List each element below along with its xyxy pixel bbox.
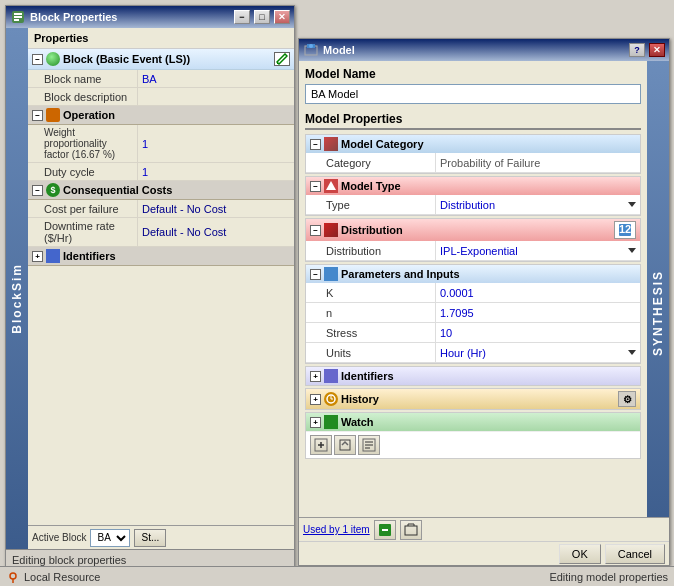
dist-value-cell: IPL-Exponential — [436, 241, 640, 260]
model-footer-bottom: OK Cancel — [299, 542, 669, 566]
model-close-button[interactable]: ✕ — [649, 43, 665, 57]
param-units-value: Hour (Hr) — [440, 347, 486, 359]
global-status-bar: Local Resource Editing model properties — [0, 566, 674, 586]
model-footer-top: Used by 1 item — [299, 518, 669, 542]
footer-tool-1[interactable] — [374, 520, 396, 540]
block-name-row: Block name BA — [28, 70, 294, 88]
active-block-select[interactable]: BA — [90, 529, 130, 547]
watch-collapse-btn[interactable]: + — [310, 417, 321, 428]
costs-icon: $ — [46, 183, 60, 197]
block-desc-label: Block description — [28, 88, 138, 105]
block-header-label: Block (Basic Event (LS)) — [63, 53, 190, 65]
watch-tool-1[interactable] — [310, 435, 332, 455]
block-desc-row: Block description — [28, 88, 294, 106]
watch-tool-3[interactable] — [358, 435, 380, 455]
cost-per-failure-row: Cost per failure Default - No Cost — [28, 200, 294, 218]
params-header-label: Parameters and Inputs — [341, 268, 460, 280]
param-stress-value[interactable]: 10 — [436, 323, 640, 342]
block-name-value[interactable]: BA — [138, 70, 294, 87]
minimize-button[interactable]: − — [234, 10, 250, 24]
blocksim-sidebar: BlockSim — [6, 28, 28, 569]
cost-per-failure-label: Cost per failure — [28, 200, 138, 217]
svg-text:12: 12 — [619, 223, 631, 235]
operation-collapse-btn[interactable]: − — [32, 110, 43, 121]
model-help-button[interactable]: ? — [629, 43, 645, 57]
param-stress-row: Stress 10 — [306, 323, 640, 343]
units-dropdown[interactable]: Hour (Hr) — [440, 347, 636, 359]
dist-collapse-btn[interactable]: − — [310, 225, 321, 236]
distribution-header[interactable]: − Distribution 12 — [306, 219, 640, 241]
model-name-input[interactable] — [305, 84, 641, 104]
weight-value[interactable]: 1 — [138, 125, 294, 162]
category-collapse-btn[interactable]: − — [310, 139, 321, 150]
category-icon — [324, 137, 338, 151]
operation-section-header: − Operation — [28, 106, 294, 125]
st-button[interactable]: St... — [134, 529, 166, 547]
category-row: Category Probability of Failure — [306, 153, 640, 173]
history-collapse-btn[interactable]: + — [310, 394, 321, 405]
restore-button[interactable]: □ — [254, 10, 270, 24]
ok-button[interactable]: OK — [559, 544, 601, 564]
svg-rect-3 — [14, 19, 19, 21]
watch-label: Watch — [341, 416, 374, 428]
model-name-section: Model Name — [305, 67, 641, 104]
weight-label: Weight proportionality factor (16.67 %) — [28, 125, 138, 162]
model-title-bar: Model ? ✕ — [299, 39, 669, 61]
type-label: Type — [306, 195, 436, 214]
block-properties-window: Block Properties − □ ✕ BlockSim Properti… — [5, 5, 295, 570]
watch-icon — [324, 415, 338, 429]
costs-collapse-btn[interactable]: − — [32, 185, 43, 196]
distribution-header-label: Distribution — [341, 224, 403, 236]
synthesis-sidebar: SYNTHESIS — [647, 61, 669, 565]
cancel-button[interactable]: Cancel — [605, 544, 665, 564]
operation-icon — [46, 108, 60, 122]
model-type-header[interactable]: − Model Type — [306, 177, 640, 195]
param-k-row: K 0.0001 — [306, 283, 640, 303]
footer-tool-2[interactable] — [400, 520, 422, 540]
identifiers-collapse-btn[interactable]: + — [32, 251, 43, 262]
duty-cycle-row: Duty cycle 1 — [28, 163, 294, 181]
dist-icon — [324, 223, 338, 237]
block-props-footer: Active Block BA St... — [28, 525, 294, 549]
history-settings-icon[interactable]: ⚙ — [618, 391, 636, 407]
block-edit-icon[interactable] — [274, 52, 290, 66]
used-by-link[interactable]: Used by 1 item — [303, 524, 370, 535]
status-location-icon — [6, 570, 20, 584]
dist-dropdown-arrow — [628, 248, 636, 253]
watch-tool-2[interactable] — [334, 435, 356, 455]
close-button[interactable]: ✕ — [274, 10, 290, 24]
identifiers-label: Identifiers — [63, 250, 116, 262]
svg-rect-23 — [405, 526, 417, 535]
sidebar-label: BlockSim — [10, 263, 24, 334]
cost-per-failure-value[interactable]: Default - No Cost — [138, 200, 294, 217]
model-name-label: Model Name — [305, 67, 641, 81]
param-k-value[interactable]: 0.0001 — [436, 283, 640, 302]
block-props-title-bar: Block Properties − □ ✕ — [6, 6, 294, 28]
identifiers-icon — [46, 249, 60, 263]
block-collapse-btn[interactable]: − — [32, 54, 43, 65]
params-header[interactable]: − Parameters and Inputs — [306, 265, 640, 283]
model-identifiers-collapse-btn[interactable]: + — [310, 371, 321, 382]
svg-point-24 — [10, 573, 16, 579]
type-value: Distribution — [440, 199, 495, 211]
block-desc-value[interactable] — [138, 88, 294, 105]
duty-cycle-value[interactable]: 1 — [138, 163, 294, 180]
model-identifiers-header[interactable]: + Identifiers — [306, 367, 640, 385]
type-dropdown[interactable]: Distribution — [440, 199, 636, 211]
dist-dropdown[interactable]: IPL-Exponential — [440, 245, 636, 257]
model-category-header[interactable]: − Model Category — [306, 135, 640, 153]
history-section: + History ⚙ — [305, 388, 641, 410]
param-units-label: Units — [306, 343, 436, 362]
history-label: History — [341, 393, 379, 405]
params-collapse-btn[interactable]: − — [310, 269, 321, 280]
block-props-icon — [10, 9, 26, 25]
block-props-title: Block Properties — [30, 11, 230, 23]
downtime-value[interactable]: Default - No Cost — [138, 218, 294, 246]
dist-calculator-icon[interactable]: 12 — [614, 221, 636, 239]
history-header[interactable]: + History ⚙ — [306, 389, 640, 409]
watch-header[interactable]: + Watch — [306, 413, 640, 431]
type-collapse-btn[interactable]: − — [310, 181, 321, 192]
category-header-label: Model Category — [341, 138, 424, 150]
param-n-value[interactable]: 1.7095 — [436, 303, 640, 322]
block-props-status-text: Editing block properties — [12, 554, 126, 566]
